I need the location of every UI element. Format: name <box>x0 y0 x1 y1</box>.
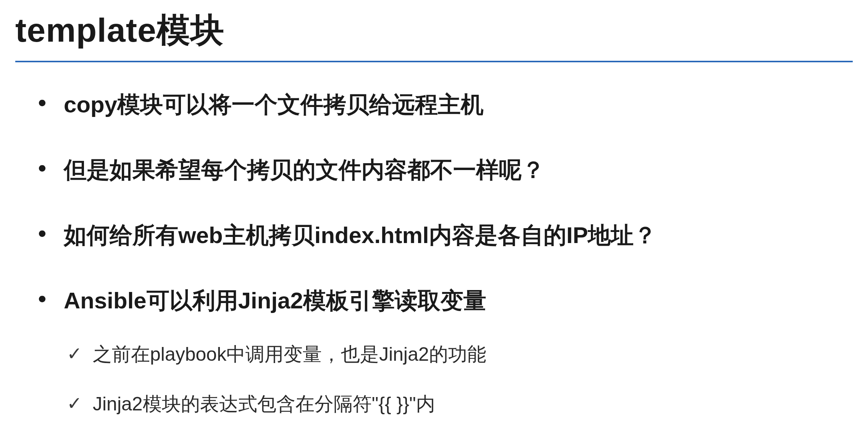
list-item: • 但是如果希望每个拷贝的文件内容都不一样呢？ <box>38 154 853 185</box>
list-item: ✓ 之前在playbook中调用变量，也是Jinja2的功能 <box>67 341 853 368</box>
bullet-icon: • <box>38 89 46 117</box>
list-item: ✓ Jinja2模块的表达式包含在分隔符"{{ }}"内 <box>67 391 853 417</box>
bullet-icon: • <box>38 285 46 313</box>
sub-bullet-list: ✓ 之前在playbook中调用变量，也是Jinja2的功能 ✓ Jinja2模… <box>15 341 853 417</box>
sub-bullet-text: 之前在playbook中调用变量，也是Jinja2的功能 <box>93 341 486 368</box>
bullet-list: • copy模块可以将一个文件拷贝给远程主机 • 但是如果希望每个拷贝的文件内容… <box>15 89 853 316</box>
bullet-text: Ansible可以利用Jinja2模板引擎读取变量 <box>64 285 486 316</box>
check-icon: ✓ <box>67 391 82 416</box>
bullet-text: 如何给所有web主机拷贝index.html内容是各自的IP地址？ <box>64 220 657 251</box>
check-icon: ✓ <box>67 341 82 366</box>
bullet-text: copy模块可以将一个文件拷贝给远程主机 <box>64 89 484 120</box>
title-divider <box>15 61 853 62</box>
list-item: • 如何给所有web主机拷贝index.html内容是各自的IP地址？ <box>38 220 853 251</box>
bullet-text: 但是如果希望每个拷贝的文件内容都不一样呢？ <box>64 154 545 185</box>
bullet-icon: • <box>38 220 46 247</box>
list-item: • copy模块可以将一个文件拷贝给远程主机 <box>38 89 853 120</box>
slide-title: template模块 <box>15 8 853 61</box>
bullet-icon: • <box>38 154 46 182</box>
sub-bullet-text: Jinja2模块的表达式包含在分隔符"{{ }}"内 <box>93 391 435 417</box>
list-item: • Ansible可以利用Jinja2模板引擎读取变量 <box>38 285 853 316</box>
